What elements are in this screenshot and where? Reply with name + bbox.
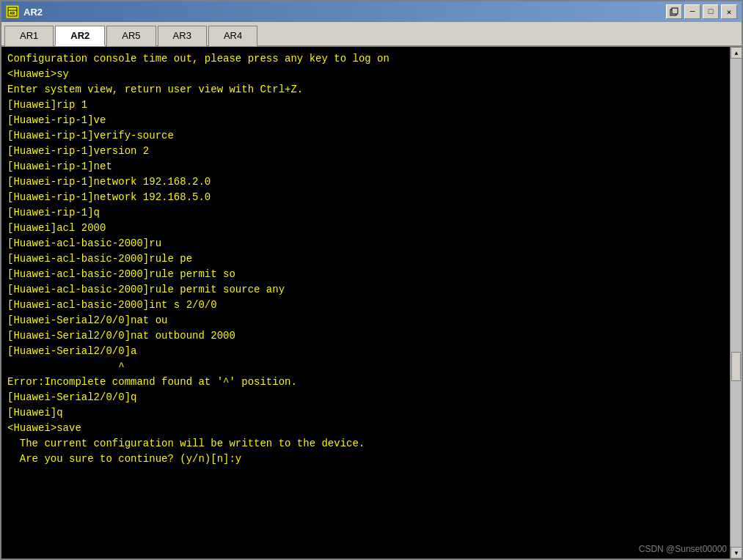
restore-button[interactable]	[666, 4, 682, 19]
terminal-line: [Huawei-acl-basic-2000]rule permit sourc…	[7, 282, 736, 298]
terminal-line: <Huawei>sy	[7, 67, 736, 82]
scroll-track[interactable]	[731, 59, 742, 547]
tab-ar4[interactable]: AR4	[208, 26, 257, 46]
minimize-button[interactable]: ─	[684, 4, 700, 19]
scrollbar[interactable]: ▲ ▼	[730, 47, 742, 559]
terminal-line: Enter system view, return user view with…	[7, 82, 736, 97]
terminal-line: Error:Incomplete command found at '^' po…	[7, 375, 736, 390]
terminal-area[interactable]: Configuration console time out, please p…	[1, 47, 742, 559]
terminal-line: [Huawei-rip-1]network 192.168.2.0	[7, 174, 736, 190]
terminal-line: ^	[7, 359, 736, 375]
terminal-line: [Huawei-rip-1]verify-source	[7, 128, 736, 144]
title-bar-left: AR AR2	[6, 5, 43, 18]
terminal-line: [Huawei-Serial2/0/0]q	[7, 390, 736, 405]
terminal-line: [Huawei-acl-basic-2000]rule permit so	[7, 267, 736, 282]
scroll-down-button[interactable]: ▼	[731, 547, 742, 559]
terminal-line: The current configuration will be writte…	[7, 436, 736, 452]
maximize-button[interactable]: □	[703, 4, 719, 19]
terminal-line: [Huawei-acl-basic-2000]ru	[7, 236, 736, 251]
terminal-line: [Huawei-rip-1]net	[7, 159, 736, 174]
terminal-content: Configuration console time out, please p…	[1, 47, 742, 559]
terminal-line: Configuration console time out, please p…	[7, 51, 736, 67]
terminal-line: [Huawei-rip-1]network 192.168.5.0	[7, 190, 736, 205]
tab-ar5[interactable]: AR5	[106, 26, 155, 46]
terminal-line: <Huawei>save	[7, 421, 736, 436]
tab-bar: AR1 AR2 AR5 AR3 AR4	[1, 22, 742, 47]
tab-ar3[interactable]: AR3	[158, 26, 207, 46]
terminal-line: [Huawei-Serial2/0/0]nat outbound 2000	[7, 328, 736, 344]
window-title: AR2	[23, 7, 43, 18]
watermark: CSDN @Sunset00000	[639, 544, 727, 554]
tab-ar2[interactable]: AR2	[55, 26, 105, 46]
close-button[interactable]: ✕	[721, 4, 737, 19]
terminal-line: [Huawei-Serial2/0/0]a	[7, 344, 736, 359]
tab-ar1[interactable]: AR1	[4, 26, 54, 46]
terminal-line: [Huawei-acl-basic-2000]rule pe	[7, 251, 736, 267]
terminal-line: [Huawei-Serial2/0/0]nat ou	[7, 313, 736, 328]
main-window: AR AR2 ─ □ ✕ AR1 AR2 AR5 AR3 AR4 Configu…	[0, 0, 743, 560]
terminal-line: Are you sure to continue? (y/n)[n]:y	[7, 452, 736, 467]
terminal-line: [Huawei]q	[7, 405, 736, 421]
svg-text:AR: AR	[10, 11, 15, 15]
terminal-line: [Huawei-rip-1]version 2	[7, 144, 736, 159]
terminal-line: [Huawei]rip 1	[7, 97, 736, 113]
terminal-line: [Huawei-rip-1]q	[7, 205, 736, 221]
app-icon: AR	[6, 5, 19, 18]
scroll-thumb[interactable]	[731, 352, 741, 381]
terminal-line: [Huawei-rip-1]ve	[7, 113, 736, 128]
title-bar: AR AR2 ─ □ ✕	[1, 1, 742, 22]
scroll-up-button[interactable]: ▲	[731, 47, 742, 59]
window-controls: ─ □ ✕	[666, 4, 737, 19]
terminal-line: [Huawei-acl-basic-2000]int s 2/0/0	[7, 298, 736, 313]
svg-rect-4	[672, 8, 678, 14]
terminal-line: [Huawei]acl 2000	[7, 221, 736, 236]
